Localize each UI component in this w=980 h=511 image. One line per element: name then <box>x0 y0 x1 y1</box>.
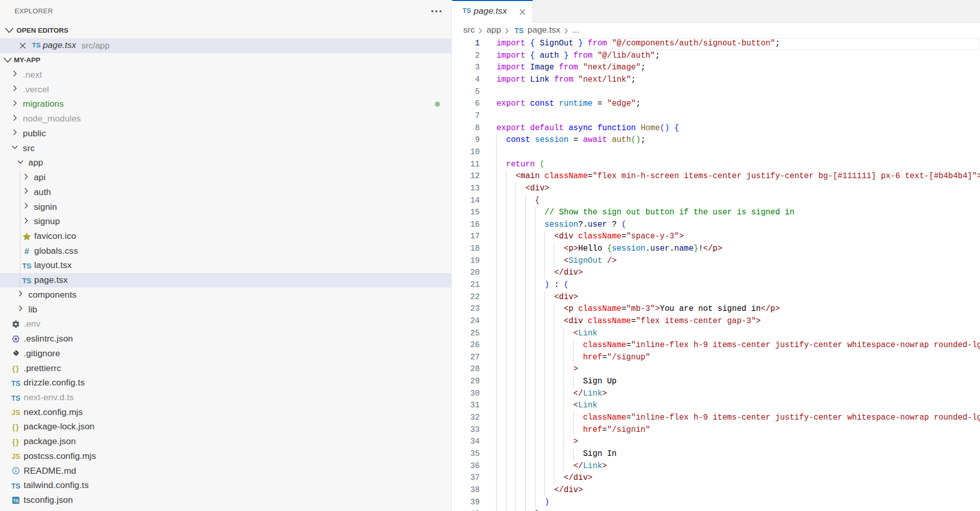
svg-text:TS: TS <box>13 498 19 503</box>
